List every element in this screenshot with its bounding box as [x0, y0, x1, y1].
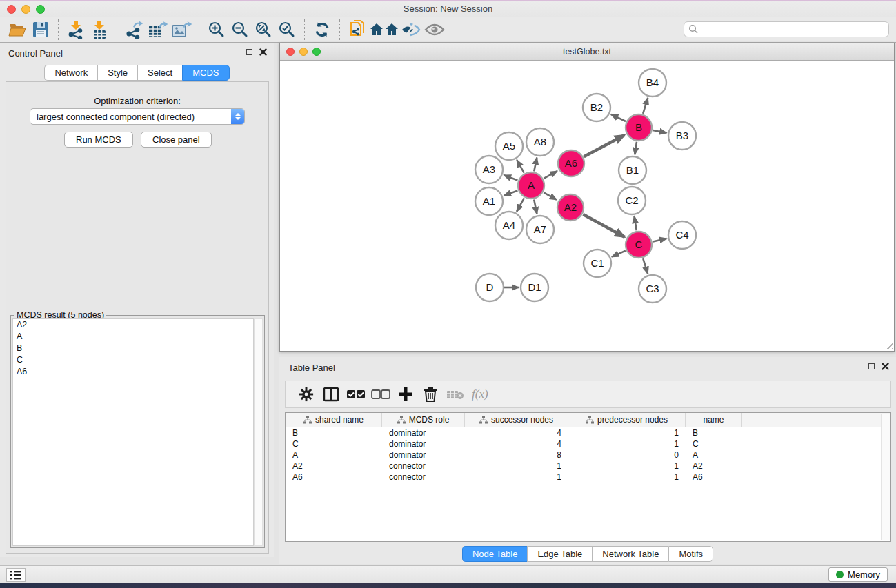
mcds-result-item[interactable]: A: [13, 331, 253, 343]
graph-edge-B-B3[interactable]: [653, 130, 667, 133]
tab-node-table[interactable]: Node Table: [462, 546, 528, 562]
table-row[interactable]: Cdominator41C: [286, 438, 890, 449]
settings-gear-icon[interactable]: [294, 383, 319, 405]
table-row[interactable]: A6connector11A6: [286, 472, 890, 483]
tab-network[interactable]: Network: [44, 65, 97, 81]
column-header-shared-name[interactable]: shared name: [286, 413, 382, 427]
import-network-icon[interactable]: [64, 19, 88, 41]
graph-edge-B-B4[interactable]: [643, 98, 648, 114]
close-panel-button[interactable]: Close panel: [141, 132, 212, 148]
float-panel-icon[interactable]: [246, 49, 252, 55]
table-row[interactable]: A2connector11A2: [286, 460, 890, 472]
graph-edge-A-A8[interactable]: [534, 158, 537, 172]
minimize-network-button[interactable]: [299, 48, 308, 56]
graph-edge-A-A7[interactable]: [534, 200, 537, 214]
graph-edge-B-B1[interactable]: [635, 142, 637, 154]
graph-node-A6[interactable]: A6: [558, 150, 584, 176]
graph-node-C1[interactable]: C1: [584, 250, 611, 277]
graph-node-B[interactable]: B: [626, 114, 652, 141]
graph-edge-C-C3[interactable]: [643, 258, 648, 274]
search-field[interactable]: [684, 21, 889, 37]
graph-node-A3[interactable]: A3: [475, 156, 503, 183]
graph-edge-C-C4[interactable]: [653, 239, 666, 241]
graph-edge-A-A1[interactable]: [504, 190, 518, 195]
column-header-successor-nodes[interactable]: successor nodes: [465, 413, 568, 427]
zoom-out-icon[interactable]: [228, 19, 252, 41]
column-header-predecessor-nodes[interactable]: predecessor nodes: [568, 413, 686, 427]
deselect-all-icon[interactable]: [368, 383, 393, 405]
open-file-icon[interactable]: [6, 19, 29, 41]
graph-node-B3[interactable]: B3: [668, 122, 696, 150]
tab-motifs[interactable]: Motifs: [668, 546, 713, 562]
graph-node-C3[interactable]: C3: [639, 275, 666, 303]
graph-edge-A-A3[interactable]: [504, 175, 518, 180]
graph-edge-A-A4[interactable]: [517, 198, 524, 211]
tab-network-table[interactable]: Network Table: [592, 546, 668, 562]
zoom-fit-icon[interactable]: [252, 19, 275, 41]
graph-edge-A2-C[interactable]: [583, 214, 624, 237]
zoom-in-icon[interactable]: [205, 19, 228, 41]
tab-mcds[interactable]: MCDS: [182, 65, 229, 81]
tab-style[interactable]: Style: [97, 65, 137, 81]
graph-node-A[interactable]: A: [518, 172, 544, 199]
show-task-history-button[interactable]: [6, 568, 26, 582]
table-scrollbar[interactable]: [881, 414, 890, 540]
graph-edge-A-A5[interactable]: [517, 160, 524, 173]
graph-edge-C-C1[interactable]: [612, 251, 626, 257]
graph-edge-A6-B[interactable]: [584, 135, 625, 156]
graph-node-A8[interactable]: A8: [526, 128, 554, 156]
show-hide-icon[interactable]: [399, 19, 423, 41]
close-table-panel-icon[interactable]: [882, 363, 889, 370]
graph-edge-A-A2[interactable]: [544, 192, 557, 199]
graph-node-A1[interactable]: A1: [475, 187, 503, 215]
function-builder-icon[interactable]: f(x): [472, 387, 488, 401]
tab-edge-table[interactable]: Edge Table: [527, 546, 592, 562]
network-window-titlebar[interactable]: testGlobe.txt: [280, 43, 894, 61]
zoom-network-button[interactable]: [312, 48, 321, 56]
table-row[interactable]: Bdominator41B: [286, 427, 890, 438]
import-table-icon[interactable]: [88, 19, 111, 41]
close-panel-icon[interactable]: [259, 48, 267, 56]
graph-node-C2[interactable]: C2: [618, 187, 646, 214]
select-all-icon[interactable]: [344, 383, 368, 405]
mcds-result-item[interactable]: A6: [13, 366, 253, 378]
network-canvas[interactable]: B4B2BB3A8A5A6A3B1AA1C2A2A4A7C4CC1C3DD1: [280, 61, 894, 351]
graph-node-A4[interactable]: A4: [495, 212, 523, 239]
new-network-from-selection-icon[interactable]: [346, 19, 369, 41]
close-network-button[interactable]: [286, 48, 295, 56]
result-scrollbar[interactable]: [254, 318, 263, 546]
export-network-icon[interactable]: [123, 19, 146, 41]
graph-node-D[interactable]: D: [476, 274, 504, 301]
graph-node-B2[interactable]: B2: [583, 94, 610, 121]
criterion-dropdown[interactable]: largest connected component (directed): [30, 108, 245, 125]
graph-node-A7[interactable]: A7: [526, 216, 554, 243]
search-input[interactable]: [699, 22, 888, 37]
graph-node-C4[interactable]: C4: [668, 221, 696, 249]
graph-node-A5[interactable]: A5: [495, 132, 523, 160]
mcds-result-list[interactable]: A2ABCA6: [12, 318, 254, 546]
run-mcds-button[interactable]: Run MCDS: [64, 132, 133, 148]
export-table-icon[interactable]: [146, 19, 170, 41]
minimize-window-button[interactable]: [21, 5, 30, 14]
graph-node-D1[interactable]: D1: [521, 274, 548, 301]
graph-node-C[interactable]: C: [626, 232, 652, 258]
column-view-icon[interactable]: [319, 383, 344, 405]
mcds-result-item[interactable]: B: [13, 343, 253, 354]
memory-button[interactable]: Memory: [828, 567, 888, 582]
add-column-icon[interactable]: [393, 383, 418, 405]
close-window-button[interactable]: [7, 5, 16, 14]
graph-edge-A-A6[interactable]: [544, 171, 557, 179]
save-session-icon[interactable]: [29, 19, 52, 41]
graph-node-B1[interactable]: B1: [619, 156, 646, 184]
refresh-icon[interactable]: [310, 19, 334, 41]
column-header-name[interactable]: name: [686, 413, 742, 427]
column-header-MCDS-role[interactable]: MCDS role: [382, 413, 465, 427]
delete-table-icon[interactable]: [443, 383, 468, 405]
mcds-result-item[interactable]: C: [13, 354, 253, 366]
tab-select[interactable]: Select: [137, 65, 182, 81]
table-row[interactable]: Adominator80A: [286, 449, 890, 460]
graph-node-A2[interactable]: A2: [557, 194, 584, 221]
graph-node-B4[interactable]: B4: [639, 69, 666, 97]
graph-edge-B-B2[interactable]: [611, 114, 626, 121]
mcds-result-item[interactable]: A2: [13, 319, 253, 331]
